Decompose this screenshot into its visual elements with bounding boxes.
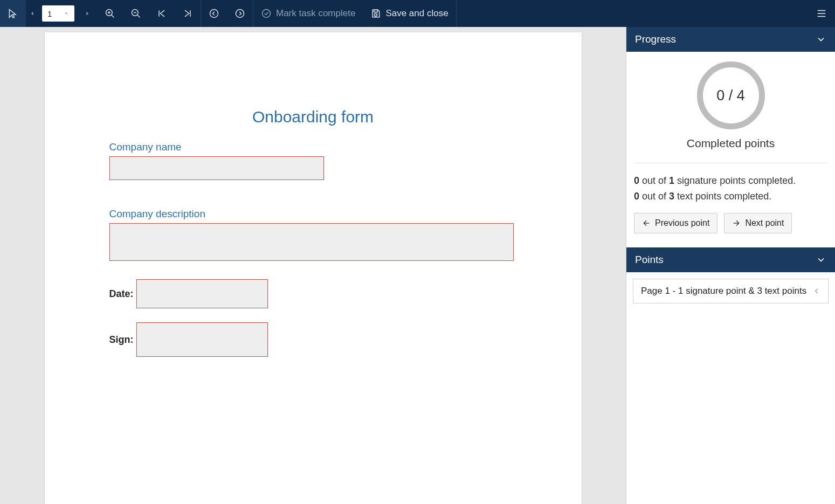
next-page-button[interactable]	[78, 0, 97, 27]
mark-complete-button[interactable]: Mark task complete	[253, 0, 363, 27]
signature-stat-line: 0 out of 1 signature points completed.	[634, 175, 827, 187]
points-header-label: Points	[635, 254, 664, 266]
previous-point-label: Previous point	[655, 218, 709, 228]
svg-line-1	[112, 15, 114, 18]
progress-ring-caption: Completed points	[687, 137, 775, 150]
text-stat-line: 0 out of 3 text points completed.	[634, 191, 827, 202]
next-point-button[interactable]: Next point	[724, 213, 792, 233]
chevron-left-icon	[813, 287, 820, 295]
zoom-in-button[interactable]	[97, 0, 123, 27]
points-panel-body: Page 1 - 1 signature point & 3 text poin…	[626, 272, 835, 310]
page-number-select[interactable]: 1	[42, 5, 74, 22]
sidebar: Progress 0 / 4 Completed points 0 out of…	[626, 27, 835, 504]
progress-ring-text: 0 / 4	[716, 87, 745, 104]
points-page-row[interactable]: Page 1 - 1 signature point & 3 text poin…	[633, 279, 829, 303]
chevron-down-icon	[816, 254, 826, 265]
form-title: Onboarding form	[109, 108, 517, 126]
progress-ring: 0 / 4	[697, 61, 765, 129]
progress-panel-body: 0 / 4 Completed points 0 out of 1 signat…	[626, 52, 835, 247]
previous-point-button[interactable]: Previous point	[634, 213, 717, 233]
svg-point-13	[375, 13, 377, 16]
svg-point-11	[263, 10, 271, 18]
save-close-label: Save and close	[385, 8, 448, 19]
nav-forward-button[interactable]	[227, 0, 253, 27]
zoom-out-button[interactable]	[123, 0, 149, 27]
document-page: Onboarding form Company name Company des…	[45, 32, 582, 504]
progress-panel-header[interactable]: Progress	[626, 27, 835, 52]
toolbar-separator	[456, 0, 457, 27]
prev-page-button[interactable]	[26, 0, 39, 27]
divider	[634, 163, 827, 163]
mark-complete-label: Mark task complete	[276, 8, 355, 19]
points-row-label: Page 1 - 1 signature point & 3 text poin…	[641, 286, 806, 296]
document-canvas[interactable]: Onboarding form Company name Company des…	[0, 27, 626, 504]
sign-field[interactable]	[136, 322, 268, 357]
pointer-tool-button[interactable]	[0, 0, 26, 27]
points-panel-header[interactable]: Points	[626, 247, 835, 272]
last-page-button[interactable]	[175, 0, 201, 27]
company-name-field[interactable]	[109, 156, 324, 180]
chevron-down-icon	[816, 34, 826, 45]
svg-rect-12	[374, 10, 378, 12]
company-description-label: Company description	[109, 208, 517, 220]
menu-button[interactable]	[808, 0, 835, 27]
date-field[interactable]	[136, 279, 268, 308]
first-page-button[interactable]	[149, 0, 175, 27]
date-label: Date:	[109, 288, 136, 300]
page-number-value: 1	[47, 9, 52, 18]
company-description-field[interactable]	[109, 223, 514, 261]
sign-label: Sign:	[109, 334, 136, 346]
company-name-label: Company name	[109, 141, 517, 153]
progress-header-label: Progress	[635, 33, 676, 45]
svg-point-10	[236, 10, 244, 18]
next-point-label: Next point	[745, 218, 784, 228]
top-toolbar: 1 Mark task complete	[0, 0, 835, 27]
save-close-button[interactable]: Save and close	[363, 0, 456, 27]
svg-point-9	[210, 10, 218, 18]
nav-back-button[interactable]	[201, 0, 227, 27]
svg-line-5	[137, 15, 140, 18]
